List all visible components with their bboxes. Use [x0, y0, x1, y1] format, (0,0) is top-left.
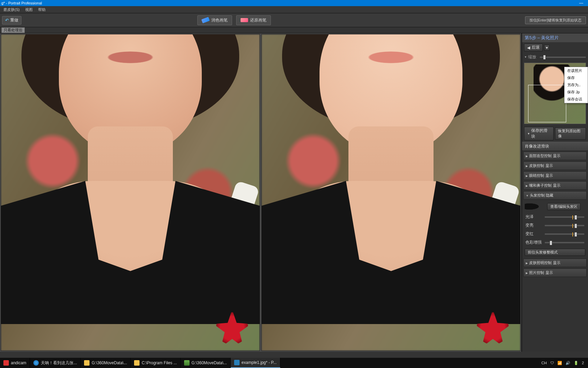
- app-icon: [3, 360, 9, 366]
- group-eyes[interactable]: 眼睛控制 显示: [523, 171, 587, 180]
- taskbar-item-1[interactable]: 天呐！看到这几张...: [30, 358, 81, 368]
- group-skin[interactable]: 皮肤控制 显示: [523, 162, 587, 170]
- back-menu-button[interactable]: ▾: [544, 45, 550, 51]
- zoom-label: 缩放: [528, 54, 536, 60]
- restore-brush-label: 还原画笔: [250, 17, 266, 23]
- before-pane[interactable]: 处理前: [1, 34, 260, 351]
- zoom-row: ▼ 缩放: [522, 53, 588, 61]
- zoom-slider[interactable]: [540, 57, 586, 58]
- taskbar-item-label: 天呐！看到这几张...: [41, 360, 77, 366]
- nav-row: ◀ 后退 ▾: [522, 42, 588, 53]
- window-titlebar: g* - Portrait Professional —: [0, 0, 588, 6]
- menu-save-as[interactable]: 另存为..: [565, 81, 588, 89]
- window-title: g* - Portrait Professional: [1, 1, 42, 5]
- saved-sliders-label: 保存的滑块: [531, 128, 550, 139]
- slider-redden-label: 变红: [525, 231, 544, 237]
- taskbar-item-0[interactable]: andicam: [0, 358, 30, 368]
- tray-wifi-icon[interactable]: 📶: [557, 361, 562, 365]
- slider-shine-label: 光泽: [525, 214, 544, 220]
- slider-redden-mark: [572, 232, 573, 236]
- after-pane[interactable]: 处理后: [261, 34, 521, 351]
- hair-mode-button[interactable]: 前往头发修整模式: [525, 249, 585, 256]
- preset-row: ▼ 保存的滑块 恢复到原始图像: [522, 125, 588, 142]
- taskbar-item-5[interactable]: example1.jpg* - P...: [231, 358, 280, 368]
- redo-button[interactable]: 重做: [2, 16, 21, 25]
- group-photo[interactable]: 照片控制 显示: [523, 269, 587, 277]
- slider-vibrance-knob[interactable]: [550, 241, 552, 245]
- menu-save[interactable]: 保存: [565, 74, 588, 81]
- after-image: [262, 34, 520, 351]
- menu-open-in-photo[interactable]: 在该照片: [565, 67, 588, 74]
- slider-brighten-mark: [572, 224, 573, 228]
- restore-brush-button[interactable]: 还原画笔: [236, 15, 271, 25]
- tray-volume-icon[interactable]: 🔊: [566, 361, 570, 365]
- menu-help[interactable]: 帮助: [35, 7, 48, 12]
- group-face-shape[interactable]: 面部造型控制 显示: [523, 152, 587, 160]
- taskbar-item-label: G:\360MoveData\...: [192, 361, 227, 365]
- hair-silhouette-icon: [525, 202, 544, 211]
- edit-hair-area-button[interactable]: 查看/编辑头发区: [547, 203, 581, 210]
- brush-tools: 润色画笔 还原画笔: [197, 15, 271, 25]
- taskbar-item-label: G:\360MoveData\...: [92, 361, 127, 365]
- back-button[interactable]: ◀ 后退: [524, 44, 543, 51]
- slider-shine[interactable]: [544, 216, 585, 218]
- slider-brighten-row: 变亮: [525, 223, 585, 228]
- chevron-left-icon: ◀: [527, 45, 530, 50]
- taskbar-item-4[interactable]: G:\360MoveData\...: [181, 358, 231, 368]
- enter-hint: 按住[Enter]键将恢复到原始状态: [525, 16, 586, 24]
- sliders-section-header: 肖像改进滑块: [522, 142, 588, 151]
- image-icon: [184, 360, 190, 366]
- taskbar-item-label: example1.jpg* - P...: [242, 360, 277, 365]
- hair-edit-row: 查看/编辑头发区: [525, 202, 585, 211]
- slider-shine-knob[interactable]: [574, 215, 577, 220]
- main-area: 处理前 处理后: [0, 33, 588, 352]
- menu-view[interactable]: 视图: [22, 7, 35, 12]
- save-context-menu: 在该照片 保存 另存为.. 保存 Jp 保存会话: [564, 67, 588, 103]
- taskbar-item-2[interactable]: G:\360MoveData\...: [81, 358, 131, 368]
- slider-brighten-label: 变亮: [525, 223, 544, 228]
- slider-shine-row: 光泽: [525, 214, 585, 220]
- slider-brighten[interactable]: [544, 225, 585, 227]
- before-image: [1, 34, 260, 351]
- slider-vibrance[interactable]: [544, 242, 585, 244]
- ime-indicator[interactable]: CH: [541, 361, 547, 365]
- group-mouth-nose[interactable]: 嘴和鼻子控制 显示: [523, 181, 587, 190]
- system-tray: CH 🛡 📶 🔊 🔋 2: [541, 361, 588, 365]
- only-after-toggle[interactable]: 只看处理后: [1, 27, 25, 33]
- folder-icon: [84, 360, 89, 366]
- slider-redden[interactable]: [544, 233, 585, 235]
- secondary-strip: 只看处理后: [0, 27, 588, 33]
- saved-sliders-button[interactable]: ▼ 保存的滑块: [524, 127, 553, 140]
- folder-icon: [134, 360, 140, 366]
- zoom-knob[interactable]: [543, 55, 546, 60]
- chevron-down-icon[interactable]: ▼: [524, 56, 527, 59]
- tray-clock[interactable]: 2: [582, 361, 584, 365]
- window-controls: —: [574, 1, 588, 5]
- tray-battery-icon[interactable]: 🔋: [574, 361, 578, 365]
- touchup-brush-button[interactable]: 润色画笔: [197, 15, 232, 25]
- group-hair[interactable]: 头发控制 隐藏: [523, 191, 587, 200]
- menu-skin[interactable]: 磨皮肤(S): [1, 7, 22, 12]
- group-skin-lighting[interactable]: 皮肤照明控制 显示: [523, 259, 587, 267]
- menu-save-jpg[interactable]: 保存 Jp: [565, 89, 588, 96]
- slider-redden-knob[interactable]: [574, 232, 577, 237]
- side-panel: 第5步 – 美化照片 ◀ 后退 ▾ ▼ 缩放 在该照片 保存 另存为.. 保存 …: [521, 33, 588, 352]
- menu-save-session[interactable]: 保存会话: [565, 96, 588, 103]
- navigator-viewport[interactable]: [528, 85, 566, 122]
- menu-bar: 磨皮肤(S) 视图 帮助: [0, 6, 588, 13]
- browser-icon: [33, 360, 39, 366]
- go-hair-mode: 前往头发修整模式: [525, 249, 585, 256]
- image-compare-pane: 处理前 处理后: [0, 33, 521, 352]
- slider-vibrance-row: 色彩增强: [525, 240, 585, 245]
- brush-icon: [201, 17, 210, 24]
- slider-vibrance-label: 色彩增强: [525, 240, 544, 245]
- slider-brighten-knob[interactable]: [574, 224, 577, 228]
- slider-shine-mark: [572, 215, 573, 219]
- tray-shield-icon[interactable]: 🛡: [550, 361, 554, 365]
- minimize-button[interactable]: —: [574, 1, 588, 5]
- taskbar-item-3[interactable]: C:\Program Files ...: [131, 358, 180, 368]
- chevron-down-icon: ▾: [546, 45, 548, 50]
- taskbar: andicam 天呐！看到这几张... G:\360MoveData\... C…: [0, 358, 588, 368]
- restore-original-button[interactable]: 恢复到原始图像: [555, 127, 586, 140]
- chevron-down-icon: ▼: [527, 132, 530, 135]
